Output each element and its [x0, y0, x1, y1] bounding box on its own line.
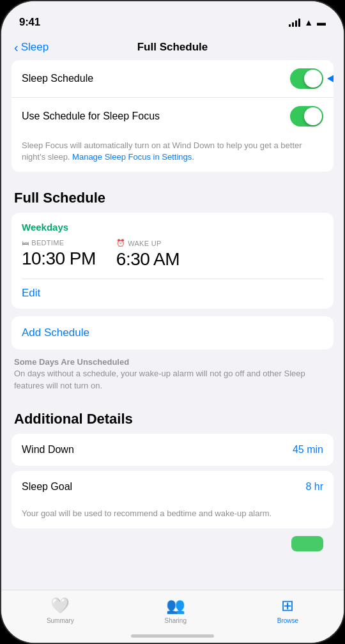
back-button[interactable]: ‹ Sleep — [14, 40, 49, 55]
sleep-goal-card: Sleep Goal 8 hr Your goal will be used t… — [12, 471, 334, 528]
status-time: 9:41 — [19, 16, 40, 29]
heart-icon: 🤍 — [50, 597, 70, 615]
schedule-day-label: Weekdays — [22, 222, 323, 233]
edit-button[interactable]: Edit — [22, 287, 40, 299]
phone-frame: 9:41 ▲ ▬ ‹ Sleep Full Schedule Sleep Sch… — [0, 0, 345, 644]
wind-down-value: 45 min — [293, 444, 323, 456]
sleep-goal-helper: Your goal will be used to recommend a be… — [12, 503, 334, 528]
use-focus-label: Use Schedule for Sleep Focus — [22, 111, 160, 122]
wind-down-label: Wind Down — [22, 444, 74, 456]
home-indicator — [131, 634, 214, 638]
use-focus-toggle[interactable] — [290, 106, 323, 126]
signal-icon — [289, 18, 300, 27]
tab-browse-label: Browse — [277, 617, 298, 624]
divider — [22, 279, 323, 279]
use-focus-row: Use Schedule for Sleep Focus — [12, 97, 334, 135]
status-bar: 9:41 ▲ ▬ — [1, 1, 344, 36]
add-schedule-label: Add Schedule — [22, 326, 89, 339]
scroll-content: Sleep Schedule Use Schedule for Sleep Fo… — [1, 60, 344, 585]
manage-focus-link[interactable]: Manage Sleep Focus in Settings. — [72, 152, 194, 162]
tab-summary-label: Summary — [47, 617, 74, 624]
browse-icon: ⊞ — [281, 597, 294, 615]
sharing-icon: 👥 — [166, 597, 185, 615]
wifi-icon: ▲ — [304, 17, 313, 27]
bedtime-value: 10:30 PM — [22, 249, 96, 269]
battery-icon: ▬ — [317, 17, 326, 27]
tab-sharing[interactable]: 👥 Sharing — [164, 597, 186, 624]
sleep-schedule-label: Sleep Schedule — [22, 73, 93, 84]
status-icons: ▲ ▬ — [289, 17, 326, 27]
bedtime-block: 🛏 BEDTIME 10:30 PM — [22, 239, 96, 270]
nav-bar: ‹ Sleep Full Schedule — [1, 36, 344, 60]
sleep-schedule-row: Sleep Schedule — [12, 60, 334, 97]
full-schedule-heading: Full Schedule — [12, 180, 334, 213]
chevron-left-icon: ‹ — [14, 40, 19, 55]
unscheduled-body: On days without a schedule, your wake-up… — [14, 368, 331, 391]
add-schedule-card[interactable]: Add Schedule — [12, 316, 334, 349]
page-title: Full Schedule — [137, 41, 208, 54]
unscheduled-title: Some Days Are Unscheduled — [14, 357, 331, 367]
back-label: Sleep — [21, 41, 49, 54]
arrow-annotation — [327, 73, 334, 84]
sleep-schedule-toggle[interactable] — [290, 68, 323, 89]
tab-summary[interactable]: 🤍 Summary — [47, 597, 74, 624]
wakeup-value: 6:30 AM — [116, 249, 180, 270]
schedule-times: 🛏 BEDTIME 10:30 PM ⏰ WAKE UP 6:30 AM — [22, 239, 323, 270]
wakeup-block: ⏰ WAKE UP 6:30 AM — [116, 239, 180, 270]
wakeup-label: ⏰ WAKE UP — [116, 239, 180, 247]
tab-browse[interactable]: ⊞ Browse — [277, 597, 298, 624]
weekdays-schedule-card: Weekdays 🛏 BEDTIME 10:30 PM ⏰ WAKE UP 6:… — [12, 213, 334, 309]
toggle-card: Sleep Schedule Use Schedule for Sleep Fo… — [12, 60, 334, 172]
wind-down-card: Wind Down 45 min — [12, 434, 334, 466]
tab-sharing-label: Sharing — [164, 617, 186, 624]
wind-down-row[interactable]: Wind Down 45 min — [12, 434, 334, 466]
arrow-head-icon — [327, 73, 334, 84]
bedtime-label: 🛏 BEDTIME — [22, 239, 96, 247]
additional-details-heading: Additional Details — [12, 401, 334, 434]
partial-green-element — [291, 536, 323, 551]
sleep-goal-row[interactable]: Sleep Goal 8 hr — [12, 471, 334, 503]
sleep-goal-value: 8 hr — [305, 481, 323, 493]
sleep-goal-label: Sleep Goal — [22, 481, 72, 493]
alarm-icon: ⏰ — [116, 239, 125, 247]
unscheduled-note: Some Days Are Unscheduled On days withou… — [12, 355, 334, 400]
bed-icon: 🛏 — [22, 239, 29, 247]
focus-helper-text: Sleep Focus will automatically turn on a… — [12, 135, 334, 172]
